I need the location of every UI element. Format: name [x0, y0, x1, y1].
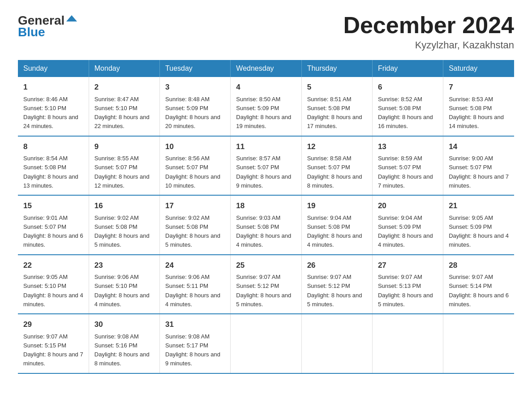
- page-header: General Blue December 2024 Kyzylzhar, Ka…: [18, 13, 514, 51]
- day-info: Sunrise: 9:07 AMSunset: 5:14 PMDaylight:…: [449, 274, 509, 308]
- day-number: 2: [94, 81, 154, 93]
- day-info: Sunrise: 8:58 AMSunset: 5:07 PMDaylight:…: [307, 155, 362, 189]
- table-row: 2Sunrise: 8:47 AMSunset: 5:10 PMDaylight…: [89, 77, 159, 136]
- table-row: 28Sunrise: 9:07 AMSunset: 5:14 PMDayligh…: [443, 255, 514, 314]
- day-info: Sunrise: 8:47 AMSunset: 5:10 PMDaylight:…: [94, 96, 150, 130]
- table-row: 19Sunrise: 9:04 AMSunset: 5:08 PMDayligh…: [301, 195, 372, 255]
- table-row: 11Sunrise: 8:57 AMSunset: 5:07 PMDayligh…: [231, 136, 301, 196]
- day-info: Sunrise: 8:55 AMSunset: 5:07 PMDaylight:…: [94, 155, 150, 189]
- day-info: Sunrise: 9:08 AMSunset: 5:17 PMDaylight:…: [165, 333, 220, 367]
- table-row: [231, 314, 301, 373]
- day-info: Sunrise: 8:46 AMSunset: 5:10 PMDaylight:…: [23, 96, 78, 130]
- day-number: 6: [378, 81, 438, 93]
- day-number: 13: [378, 141, 438, 153]
- table-row: [443, 314, 514, 373]
- table-row: 9Sunrise: 8:55 AMSunset: 5:07 PMDaylight…: [89, 136, 159, 196]
- table-row: 31Sunrise: 9:08 AMSunset: 5:17 PMDayligh…: [160, 314, 231, 373]
- day-info: Sunrise: 9:02 AMSunset: 5:08 PMDaylight:…: [165, 214, 220, 248]
- day-number: 1: [23, 81, 83, 93]
- day-number: 19: [307, 200, 367, 212]
- day-info: Sunrise: 8:48 AMSunset: 5:09 PMDaylight:…: [165, 96, 220, 130]
- table-row: 6Sunrise: 8:52 AMSunset: 5:08 PMDaylight…: [372, 77, 443, 136]
- table-row: 4Sunrise: 8:50 AMSunset: 5:09 PMDaylight…: [231, 77, 301, 136]
- day-info: Sunrise: 8:57 AMSunset: 5:07 PMDaylight:…: [236, 155, 291, 189]
- location: Kyzylzhar, Kazakhstan: [343, 39, 514, 51]
- title-section: December 2024 Kyzylzhar, Kazakhstan: [343, 13, 514, 51]
- day-info: Sunrise: 8:56 AMSunset: 5:07 PMDaylight:…: [165, 155, 220, 189]
- table-row: 25Sunrise: 9:07 AMSunset: 5:12 PMDayligh…: [231, 255, 301, 314]
- table-row: 10Sunrise: 8:56 AMSunset: 5:07 PMDayligh…: [160, 136, 231, 196]
- calendar-header-row: Sunday Monday Tuesday Wednesday Thursday…: [18, 60, 514, 77]
- day-info: Sunrise: 9:06 AMSunset: 5:10 PMDaylight:…: [94, 274, 150, 308]
- day-info: Sunrise: 9:02 AMSunset: 5:08 PMDaylight:…: [94, 214, 150, 248]
- col-thursday: Thursday: [301, 60, 372, 77]
- table-row: 7Sunrise: 8:53 AMSunset: 5:08 PMDaylight…: [443, 77, 514, 136]
- table-row: [301, 314, 372, 373]
- col-tuesday: Tuesday: [160, 60, 231, 77]
- table-row: 16Sunrise: 9:02 AMSunset: 5:08 PMDayligh…: [89, 195, 159, 255]
- day-info: Sunrise: 8:53 AMSunset: 5:08 PMDaylight:…: [449, 96, 504, 130]
- table-row: 8Sunrise: 8:54 AMSunset: 5:08 PMDaylight…: [18, 136, 89, 196]
- table-row: [372, 314, 443, 373]
- day-number: 23: [94, 260, 154, 271]
- table-row: 5Sunrise: 8:51 AMSunset: 5:08 PMDaylight…: [301, 77, 372, 136]
- table-row: 12Sunrise: 8:58 AMSunset: 5:07 PMDayligh…: [301, 136, 372, 196]
- day-info: Sunrise: 9:05 AMSunset: 5:09 PMDaylight:…: [449, 214, 509, 248]
- table-row: 3Sunrise: 8:48 AMSunset: 5:09 PMDaylight…: [160, 77, 231, 136]
- table-row: 30Sunrise: 9:08 AMSunset: 5:16 PMDayligh…: [89, 314, 159, 373]
- day-number: 28: [449, 260, 509, 271]
- table-row: 15Sunrise: 9:01 AMSunset: 5:07 PMDayligh…: [18, 195, 89, 255]
- day-number: 16: [94, 200, 154, 212]
- table-row: 18Sunrise: 9:03 AMSunset: 5:08 PMDayligh…: [231, 195, 301, 255]
- calendar-week-row: 29Sunrise: 9:07 AMSunset: 5:15 PMDayligh…: [18, 314, 514, 373]
- calendar-week-row: 1Sunrise: 8:46 AMSunset: 5:10 PMDaylight…: [18, 77, 514, 136]
- col-monday: Monday: [89, 60, 159, 77]
- day-number: 20: [378, 200, 438, 212]
- day-number: 25: [236, 260, 296, 271]
- day-number: 4: [236, 81, 296, 93]
- calendar-table: Sunday Monday Tuesday Wednesday Thursday…: [18, 60, 514, 374]
- table-row: 22Sunrise: 9:05 AMSunset: 5:10 PMDayligh…: [18, 255, 89, 314]
- table-row: 1Sunrise: 8:46 AMSunset: 5:10 PMDaylight…: [18, 77, 89, 136]
- table-row: 27Sunrise: 9:07 AMSunset: 5:13 PMDayligh…: [372, 255, 443, 314]
- day-number: 26: [307, 260, 367, 271]
- calendar-week-row: 8Sunrise: 8:54 AMSunset: 5:08 PMDaylight…: [18, 136, 514, 196]
- day-info: Sunrise: 8:50 AMSunset: 5:09 PMDaylight:…: [236, 96, 291, 130]
- day-info: Sunrise: 9:07 AMSunset: 5:12 PMDaylight:…: [236, 274, 291, 308]
- col-saturday: Saturday: [443, 60, 514, 77]
- table-row: 20Sunrise: 9:04 AMSunset: 5:09 PMDayligh…: [372, 195, 443, 255]
- day-number: 22: [23, 260, 83, 271]
- calendar-week-row: 22Sunrise: 9:05 AMSunset: 5:10 PMDayligh…: [18, 255, 514, 314]
- day-number: 18: [236, 200, 296, 212]
- day-number: 8: [23, 141, 83, 153]
- table-row: 13Sunrise: 8:59 AMSunset: 5:07 PMDayligh…: [372, 136, 443, 196]
- day-info: Sunrise: 8:52 AMSunset: 5:08 PMDaylight:…: [378, 96, 433, 130]
- month-title: December 2024: [343, 13, 514, 37]
- day-number: 21: [449, 200, 509, 212]
- day-info: Sunrise: 9:01 AMSunset: 5:07 PMDaylight:…: [23, 214, 83, 248]
- table-row: 14Sunrise: 9:00 AMSunset: 5:07 PMDayligh…: [443, 136, 514, 196]
- day-info: Sunrise: 9:06 AMSunset: 5:11 PMDaylight:…: [165, 274, 220, 308]
- table-row: 29Sunrise: 9:07 AMSunset: 5:15 PMDayligh…: [18, 314, 89, 373]
- day-info: Sunrise: 9:03 AMSunset: 5:08 PMDaylight:…: [236, 214, 291, 248]
- day-info: Sunrise: 9:00 AMSunset: 5:07 PMDaylight:…: [449, 155, 509, 189]
- day-info: Sunrise: 9:05 AMSunset: 5:10 PMDaylight:…: [23, 274, 83, 308]
- day-info: Sunrise: 9:07 AMSunset: 5:12 PMDaylight:…: [307, 274, 362, 308]
- table-row: 26Sunrise: 9:07 AMSunset: 5:12 PMDayligh…: [301, 255, 372, 314]
- day-number: 10: [165, 141, 225, 153]
- table-row: 23Sunrise: 9:06 AMSunset: 5:10 PMDayligh…: [89, 255, 159, 314]
- day-info: Sunrise: 8:54 AMSunset: 5:08 PMDaylight:…: [23, 155, 78, 189]
- table-row: 24Sunrise: 9:06 AMSunset: 5:11 PMDayligh…: [160, 255, 231, 314]
- day-number: 11: [236, 141, 296, 153]
- table-row: 21Sunrise: 9:05 AMSunset: 5:09 PMDayligh…: [443, 195, 514, 255]
- day-info: Sunrise: 9:04 AMSunset: 5:09 PMDaylight:…: [378, 214, 433, 248]
- day-number: 29: [23, 319, 83, 330]
- col-wednesday: Wednesday: [231, 60, 301, 77]
- day-number: 30: [94, 319, 154, 330]
- day-info: Sunrise: 9:07 AMSunset: 5:13 PMDaylight:…: [378, 274, 433, 308]
- day-number: 9: [94, 141, 154, 153]
- logo: General Blue: [18, 13, 78, 39]
- day-info: Sunrise: 9:07 AMSunset: 5:15 PMDaylight:…: [23, 333, 83, 367]
- day-number: 27: [378, 260, 438, 271]
- day-number: 31: [165, 319, 225, 330]
